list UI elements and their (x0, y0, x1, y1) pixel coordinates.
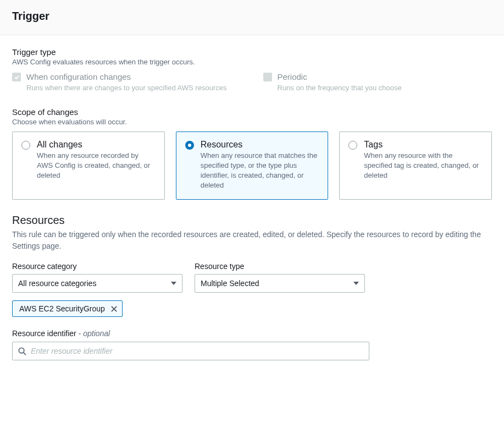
svg-line-1 (24, 353, 26, 355)
trigger-type-sub: AWS Config evaluates resources when the … (12, 58, 492, 66)
resource-identifier-input[interactable] (31, 347, 363, 355)
scope-section: Scope of changes Choose when evaluations… (12, 107, 492, 200)
scope-label: Scope of changes (12, 107, 492, 117)
chip-label: AWS EC2 SecurityGroup (19, 304, 105, 313)
selected-resource-chip: AWS EC2 SecurityGroup (12, 300, 123, 317)
panel-header: Trigger (0, 0, 504, 35)
periodic-title: Periodic (278, 72, 492, 83)
trigger-type-section: Trigger type AWS Config evaluates resour… (12, 47, 492, 93)
checkbox-periodic: Periodic Runs on the frequency that you … (263, 72, 492, 93)
checkbox-checked-icon (12, 73, 21, 81)
resource-identifier-label: Resource identifier - optional (12, 329, 492, 338)
scope-all-title: All changes (37, 140, 156, 150)
caret-down-icon (171, 281, 176, 286)
resource-identifier-input-wrap[interactable] (12, 342, 369, 360)
checkbox-config-changes: When configuration changes Runs when the… (12, 72, 241, 93)
radio-unselected-icon (21, 141, 30, 150)
config-changes-title: When configuration changes (26, 72, 241, 83)
scope-tags-title: Tags (364, 140, 483, 150)
scope-all-desc: When any resource recorded by AWS Config… (37, 151, 156, 181)
scope-sub: Choose when evaluations will occur. (12, 118, 492, 126)
config-changes-desc: Runs when there are changes to your spec… (26, 83, 241, 93)
resource-type-dropdown[interactable]: Multiple Selected (195, 274, 365, 293)
scope-card-all[interactable]: All changes When any resource recorded b… (12, 131, 165, 200)
resource-type-label: Resource type (195, 262, 365, 271)
scope-tags-desc: When any resource with the specified tag… (364, 151, 483, 181)
scope-resources-title: Resources (201, 140, 319, 150)
resources-heading: Resources (12, 214, 492, 227)
resource-category-label: Resource category (12, 262, 182, 271)
scope-resources-desc: When any resource that matches the speci… (201, 151, 319, 191)
resources-section: Resources This rule can be triggered onl… (12, 214, 492, 360)
trigger-type-label: Trigger type (12, 47, 492, 57)
scope-card-tags[interactable]: Tags When any resource with the specifie… (339, 131, 492, 200)
svg-point-0 (19, 348, 24, 353)
panel-title: Trigger (12, 10, 492, 23)
radio-unselected-icon (348, 141, 357, 150)
resource-category-value: All resource categories (18, 279, 96, 288)
radio-selected-icon (185, 141, 194, 150)
resource-category-dropdown[interactable]: All resource categories (12, 274, 182, 293)
search-icon (18, 347, 26, 355)
checkbox-unchecked-icon (263, 73, 272, 81)
resource-type-value: Multiple Selected (201, 279, 259, 288)
scope-card-resources[interactable]: Resources When any resource that matches… (176, 131, 329, 200)
periodic-desc: Runs on the frequency that you choose (278, 83, 492, 93)
close-icon[interactable] (110, 305, 118, 313)
caret-down-icon (353, 281, 359, 286)
resources-desc: This rule can be triggered only when the… (12, 229, 492, 252)
